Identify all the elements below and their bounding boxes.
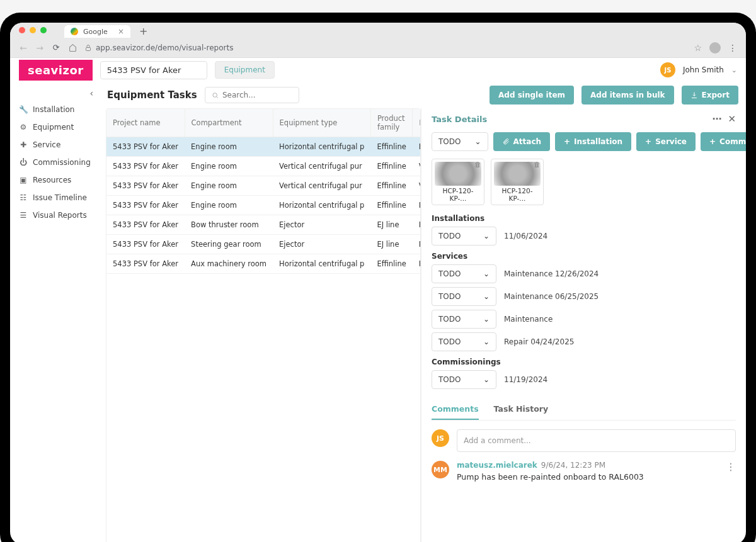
- th-project[interactable]: Project name: [106, 109, 185, 137]
- equipment-table: Project name Compartment Equipment type …: [106, 108, 421, 542]
- th-equipment-type[interactable]: Equipment type: [273, 109, 370, 137]
- sidebar-item-resources[interactable]: ▣Resources: [15, 171, 100, 189]
- chevron-down-icon: ⌄: [483, 375, 490, 384]
- project-input[interactable]: [100, 61, 207, 79]
- more-icon[interactable]: ⋯: [712, 113, 721, 125]
- th-model[interactable]: Model: [413, 109, 421, 137]
- browser-tab[interactable]: Google ×: [64, 25, 130, 38]
- close-icon[interactable]: ✕: [728, 113, 736, 125]
- table-row[interactable]: 5433 PSV for AkerSteering gear roomEject…: [106, 235, 421, 254]
- table-row[interactable]: 5433 PSV for AkerEngine roomVertical cen…: [106, 176, 421, 196]
- add-service-button[interactable]: +Service: [636, 132, 696, 151]
- equipment-button[interactable]: Equipment: [215, 61, 275, 79]
- wrench-icon: 🔧: [19, 105, 28, 114]
- table-row[interactable]: 5433 PSV for AkerBow thruster roomEjecto…: [106, 215, 421, 235]
- comment-input[interactable]: Add a comment...: [457, 429, 736, 452]
- trash-icon[interactable]: 🗑: [474, 161, 481, 169]
- commissionings-label: Commissionings: [432, 358, 736, 366]
- attachment-card[interactable]: 🗑 HCP-120-KP-...: [491, 159, 544, 205]
- sidebar-item-commissioning[interactable]: ⏻Commissioning: [15, 154, 100, 171]
- chevron-down-icon: ⌄: [474, 137, 481, 146]
- window-controls: [19, 27, 47, 33]
- user-avatar[interactable]: JS: [660, 62, 675, 77]
- add-commissioning-button[interactable]: +Commissioning: [701, 132, 746, 151]
- collapse-sidebar-icon[interactable]: ‹: [15, 88, 100, 98]
- task-status-select[interactable]: TODO⌄: [432, 264, 496, 283]
- table-row[interactable]: 5433 PSV for AkerAux machinery roomHoriz…: [106, 254, 421, 274]
- task-status-select[interactable]: TODO⌄: [432, 310, 496, 329]
- search-input[interactable]: [222, 91, 292, 99]
- comment-date: 9/6/24, 12:23 PM: [541, 461, 605, 470]
- forward-icon[interactable]: →: [35, 43, 44, 53]
- lock-icon: [84, 44, 92, 52]
- bookmark-icon[interactable]: ☆: [694, 43, 702, 53]
- sidebar-item-installation[interactable]: 🔧Installation: [15, 101, 100, 118]
- add-installation-button[interactable]: +Installation: [555, 132, 631, 151]
- brand-logo[interactable]: seavizor: [19, 60, 93, 81]
- browser-tab-strip: Google × +: [10, 23, 746, 38]
- close-tab-icon[interactable]: ×: [118, 27, 124, 36]
- task-description: 11/19/2024: [504, 375, 547, 384]
- sidebar-item-equipment[interactable]: ⚙Equipment: [15, 118, 100, 136]
- task-line: TODO⌄ 11/06/2024: [432, 227, 736, 246]
- task-description: Repair 04/24/2025: [504, 337, 574, 346]
- attachment-card[interactable]: 🗑 HCP-120-KP-...: [432, 159, 484, 205]
- sidebar: ‹ 🔧Installation ⚙Equipment ✚Service ⏻Com…: [10, 82, 100, 542]
- browser-toolbar: ← → ⟳ app.seavizor.de/demo/visual-report…: [10, 38, 746, 58]
- comment-menu-icon[interactable]: ⋮: [726, 461, 736, 473]
- svg-rect-0: [86, 47, 91, 50]
- tab-comments[interactable]: Comments: [432, 399, 479, 420]
- task-status-select[interactable]: TODO⌄: [432, 227, 496, 246]
- th-product-family[interactable]: Product family: [370, 109, 412, 137]
- task-description: Maintenance 12/26/2024: [504, 269, 598, 278]
- back-icon[interactable]: ←: [19, 43, 28, 53]
- download-icon: [690, 91, 698, 99]
- task-status-select[interactable]: TODO⌄: [432, 370, 496, 389]
- table-row[interactable]: 5433 PSV for AkerEngine roomHorizontal c…: [106, 196, 421, 215]
- attachment-name: HCP-120-KP-...: [494, 187, 541, 202]
- current-user-avatar: JS: [432, 429, 449, 447]
- medkit-icon: ✚: [19, 140, 28, 149]
- browser-profile-icon[interactable]: [709, 42, 721, 54]
- chevron-down-icon: ⌄: [483, 315, 490, 324]
- table-row[interactable]: 5433 PSV for AkerEngine roomHorizontal c…: [106, 137, 421, 157]
- app-topbar: seavizor Equipment JS John Smith ⌄: [10, 58, 746, 82]
- paperclip-icon: [502, 138, 510, 145]
- task-line: TODO⌄ 11/19/2024: [432, 370, 736, 389]
- sidebar-item-service[interactable]: ✚Service: [15, 136, 100, 154]
- status-select[interactable]: TODO⌄: [432, 132, 488, 151]
- reload-icon[interactable]: ⟳: [52, 43, 60, 52]
- add-single-item-button[interactable]: Add single item: [490, 86, 574, 104]
- user-menu-chevron-icon[interactable]: ⌄: [731, 66, 737, 74]
- close-window-icon[interactable]: [19, 27, 25, 33]
- minimize-window-icon[interactable]: [30, 27, 36, 33]
- installations-label: Installations: [432, 214, 736, 223]
- google-favicon-icon: [71, 28, 78, 35]
- task-description: Maintenance 06/25/2025: [504, 292, 598, 301]
- tab-task-history[interactable]: Task History: [494, 399, 549, 420]
- url-text[interactable]: app.seavizor.de/demo/visual-reports: [96, 43, 233, 52]
- th-compartment[interactable]: Compartment: [185, 109, 273, 137]
- attach-button[interactable]: Attach: [493, 132, 551, 151]
- table-row[interactable]: 5433 PSV for AkerEngine roomVertical cen…: [106, 157, 421, 176]
- add-items-bulk-button[interactable]: Add items in bulk: [581, 86, 674, 104]
- sidebar-item-visual-reports[interactable]: ☰Visual Reports: [15, 206, 100, 224]
- task-status-select[interactable]: TODO⌄: [432, 287, 496, 306]
- user-name: John Smith: [683, 65, 724, 74]
- browser-menu-icon[interactable]: ⋮: [728, 43, 737, 53]
- task-status-select[interactable]: TODO⌄: [432, 332, 496, 351]
- sidebar-item-issue-timeline[interactable]: ☷Issue Timeline: [15, 189, 100, 206]
- comment: MM mateusz.mielcarek9/6/24, 12:23 PM Pum…: [432, 461, 736, 482]
- home-icon[interactable]: [68, 43, 77, 52]
- report-icon: ☰: [19, 211, 28, 220]
- comment-user[interactable]: mateusz.mielcarek: [457, 461, 537, 470]
- task-description: Maintenance: [504, 315, 553, 324]
- export-button[interactable]: Export: [682, 86, 738, 104]
- trash-icon[interactable]: 🗑: [534, 161, 541, 169]
- page-toolbar: Equipment Tasks Add single item Add item…: [100, 82, 746, 108]
- maximize-window-icon[interactable]: [40, 27, 47, 33]
- chevron-down-icon: ⌄: [483, 337, 490, 346]
- chevron-down-icon: ⌄: [483, 292, 490, 301]
- new-tab-icon[interactable]: +: [139, 25, 147, 37]
- comment-text: Pump has been re-painted onboard to RAL6…: [457, 472, 718, 482]
